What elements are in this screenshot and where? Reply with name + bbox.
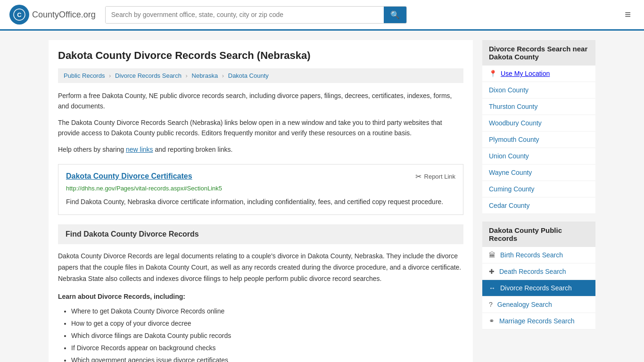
death-records-item[interactable]: ✚ Death Records Search bbox=[482, 263, 595, 280]
use-my-location-item[interactable]: 📍 Use My Location bbox=[482, 66, 595, 82]
breadcrumb: Public Records › Divorce Records Search … bbox=[58, 68, 463, 83]
intro-paragraph-2: The Dakota County Divorce Records Search… bbox=[58, 117, 463, 139]
sidebar-item-woodbury[interactable]: Woodbury County bbox=[482, 115, 595, 132]
record-card-header: Dakota County Divorce Certificates ✂ Rep… bbox=[66, 172, 455, 181]
breadcrumb-dakota-county[interactable]: Dakota County bbox=[228, 72, 269, 79]
learn-label: Learn about Divorce Records, including: bbox=[58, 291, 463, 303]
learn-list: Where to get Dakota County Divorce Recor… bbox=[58, 306, 463, 362]
sidebar-item-cedar[interactable]: Cedar County bbox=[482, 197, 595, 214]
record-card-title: Dakota County Divorce Certificates bbox=[66, 172, 192, 181]
death-records-icon: ✚ bbox=[489, 268, 495, 275]
nearby-header: Divorce Records Search near Dakota Count… bbox=[482, 40, 595, 66]
search-button[interactable]: 🔍 bbox=[384, 7, 406, 23]
search-bar: 🔍 bbox=[105, 6, 407, 24]
search-icon: 🔍 bbox=[390, 11, 400, 19]
sidebar-item-cuming[interactable]: Cuming County bbox=[482, 181, 595, 197]
breadcrumb-public-records[interactable]: Public Records bbox=[64, 72, 105, 79]
record-url: http://dhhs.ne.gov/Pages/vital-records.a… bbox=[66, 185, 455, 192]
new-links-link[interactable]: new links bbox=[126, 146, 153, 153]
logo-link[interactable]: C CountyOffice.org bbox=[9, 5, 96, 25]
list-item: Which government agencies issue divorce … bbox=[71, 355, 463, 362]
intro-paragraph-3: Help others by sharing new links and rep… bbox=[58, 144, 463, 155]
main-content: Dakota County Divorce Records Search (Ne… bbox=[49, 40, 473, 362]
record-card: Dakota County Divorce Certificates ✂ Rep… bbox=[58, 164, 463, 215]
sidebar-item-wayne[interactable]: Wayne County bbox=[482, 165, 595, 181]
divorce-records-item[interactable]: ↔ Divorce Records Search bbox=[482, 280, 595, 296]
menu-icon: ≡ bbox=[625, 8, 631, 20]
marriage-records-icon: ⚭ bbox=[489, 317, 495, 325]
sidebar: Divorce Records Search near Dakota Count… bbox=[482, 40, 595, 362]
list-item: If Divorce Records appear on background … bbox=[71, 343, 463, 353]
list-item: How to get a copy of your divorce decree bbox=[71, 319, 463, 329]
birth-records-icon: 🏛 bbox=[489, 251, 495, 259]
list-item: Where to get Dakota County Divorce Recor… bbox=[71, 306, 463, 316]
sidebar-item-thurston[interactable]: Thurston County bbox=[482, 99, 595, 115]
intro-paragraph-1: Perform a free Dakota County, NE public … bbox=[58, 90, 463, 112]
logo-text: CountyOffice.org bbox=[32, 10, 96, 20]
record-description: Find Dakota County, Nebraska divorce cer… bbox=[66, 197, 455, 207]
breadcrumb-divorce-records[interactable]: Divorce Records Search bbox=[115, 72, 182, 79]
page-title: Dakota County Divorce Records Search (Ne… bbox=[58, 49, 463, 62]
svg-text:C: C bbox=[17, 11, 22, 18]
use-my-location-link[interactable]: Use My Location bbox=[501, 70, 550, 77]
header: C CountyOffice.org 🔍 ≡ bbox=[0, 0, 644, 31]
list-item: Which divorce filings are Dakota County … bbox=[71, 331, 463, 341]
divorce-records-icon: ↔ bbox=[489, 284, 495, 292]
report-icon: ✂ bbox=[415, 172, 421, 181]
search-input[interactable] bbox=[106, 7, 384, 23]
body-text: Dakota County Divorce Records are legal … bbox=[58, 251, 463, 284]
breadcrumb-nebraska[interactable]: Nebraska bbox=[192, 72, 218, 79]
marriage-records-item[interactable]: ⚭ Marriage Records Search bbox=[482, 313, 595, 329]
record-title-link[interactable]: Dakota County Divorce Certificates bbox=[66, 172, 192, 180]
nearby-sidebar-box: Divorce Records Search near Dakota Count… bbox=[482, 40, 595, 214]
menu-button[interactable]: ≡ bbox=[621, 7, 635, 23]
find-section-header: Find Dakota County Divorce Records bbox=[58, 224, 463, 244]
genealogy-item[interactable]: ? Genealogy Search bbox=[482, 296, 595, 313]
logo-icon: C bbox=[9, 5, 29, 25]
genealogy-icon: ? bbox=[489, 301, 493, 308]
sidebar-item-union[interactable]: Union County bbox=[482, 148, 595, 165]
main-container: Dakota County Divorce Records Search (Ne… bbox=[39, 31, 605, 362]
birth-records-item[interactable]: 🏛 Birth Records Search bbox=[482, 247, 595, 263]
location-icon: 📍 bbox=[489, 70, 497, 77]
public-records-header: Dakota County Public Records bbox=[482, 222, 595, 247]
report-link-button[interactable]: ✂ Report Link bbox=[415, 172, 455, 181]
public-records-sidebar-box: Dakota County Public Records 🏛 Birth Rec… bbox=[482, 222, 595, 329]
sidebar-item-dixon[interactable]: Dixon County bbox=[482, 82, 595, 99]
sidebar-item-plymouth[interactable]: Plymouth County bbox=[482, 132, 595, 148]
